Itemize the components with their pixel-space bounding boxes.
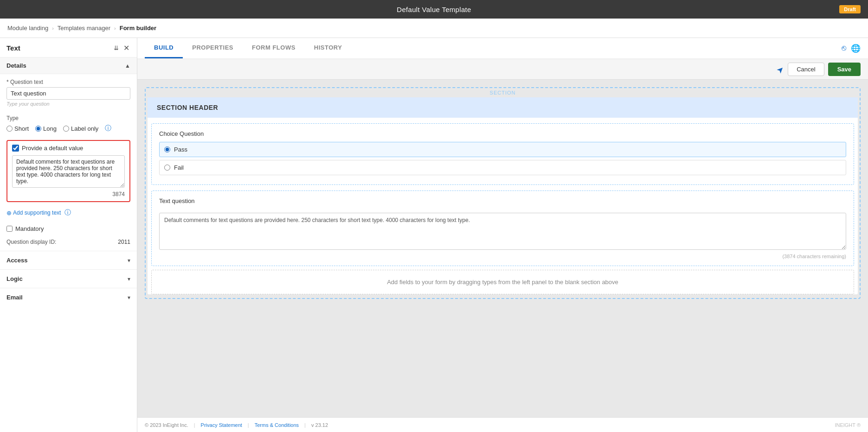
display-id-row: Question display ID: 2011 <box>0 236 137 251</box>
tab-bar: BUILD PROPERTIES FORM FLOWS HISTORY ⎋ 🌐 <box>137 38 868 59</box>
add-supporting-row: ⊕ Add supporting text ⓘ <box>0 206 137 222</box>
breadcrumb-form-builder[interactable]: Form builder <box>120 25 156 32</box>
left-panel: Text ⇊ ✕ Details ▲ * Question text Type … <box>0 38 137 432</box>
breadcrumb-module-landing[interactable]: Module landing <box>7 25 48 32</box>
toolbar: ➤ Cancel Save <box>137 59 868 80</box>
logic-chevron-icon: ▾ <box>128 276 130 282</box>
choice-pass-radio[interactable] <box>164 146 170 152</box>
send-icon[interactable]: ➤ <box>775 63 787 75</box>
default-value-checkbox-row: Provide a default value <box>12 145 125 152</box>
type-long-label: Long <box>43 125 57 132</box>
chars-remaining: (3874 characters remaining) <box>159 254 846 259</box>
type-short[interactable]: Short <box>6 125 29 132</box>
mandatory-checkbox[interactable] <box>6 226 13 232</box>
save-button[interactable]: Save <box>828 63 861 76</box>
display-id-value: 2011 <box>118 239 130 245</box>
type-label: Type <box>6 115 130 121</box>
footer-terms-link[interactable]: Terms & Conditions <box>255 422 299 428</box>
question-text-hint: Type your question <box>6 101 130 107</box>
breadcrumb-sep-2: › <box>114 25 116 31</box>
logic-header[interactable]: Logic ▾ <box>0 270 137 288</box>
details-section-header[interactable]: Details ▲ <box>0 57 137 74</box>
type-group: Type Short Long Label only ⓘ <box>0 111 137 136</box>
email-section: Email ▾ <box>0 288 137 306</box>
panel-header: Text ⇊ ✕ <box>0 38 137 57</box>
tab-properties[interactable]: PROPERTIES <box>183 38 243 58</box>
choice-fail-label: Fail <box>174 164 184 171</box>
footer-sep-3: | <box>304 422 306 428</box>
question-text-input[interactable] <box>6 87 130 100</box>
globe-icon[interactable]: 🌐 <box>851 44 861 53</box>
email-header[interactable]: Email ▾ <box>0 288 137 306</box>
supporting-info-icon[interactable]: ⓘ <box>64 209 71 217</box>
text-question-title: Text question <box>159 197 846 204</box>
choice-question-block: Choice Question Pass Fail <box>151 123 854 185</box>
type-labelonly-radio[interactable] <box>63 126 69 132</box>
section-header-blue: SECTION HEADER <box>148 97 858 118</box>
tab-history[interactable]: HISTORY <box>305 38 352 58</box>
tab-bar-icons: ⎋ 🌐 <box>842 44 861 53</box>
choice-pass-label: Pass <box>174 146 187 153</box>
mandatory-row: Mandatory <box>0 222 137 236</box>
logic-label: Logic <box>6 275 23 282</box>
add-supporting-link[interactable]: ⊕ Add supporting text <box>6 210 61 216</box>
section-inner: SECTION HEADER Choice Question Pass Fail <box>148 97 858 294</box>
type-long-radio[interactable] <box>35 126 41 132</box>
choice-question-title: Choice Question <box>159 130 846 137</box>
top-bar: Default Value Template Draft <box>0 0 868 19</box>
details-section: Details ▲ * Question text Type your ques… <box>0 57 137 251</box>
footer-version: v 23.12 <box>311 422 328 428</box>
breadcrumb: Module landing › Templates manager › For… <box>0 19 868 38</box>
add-fields-hint: Add fields to your form by dragging type… <box>151 270 854 294</box>
right-content: BUILD PROPERTIES FORM FLOWS HISTORY ⎋ 🌐 … <box>137 38 868 432</box>
footer-sep-1: | <box>194 422 195 428</box>
type-long[interactable]: Long <box>35 125 57 132</box>
display-id-label: Question display ID: <box>6 239 56 245</box>
mandatory-label: Mandatory <box>15 225 44 232</box>
footer-copyright: © 2023 InEight Inc. <box>145 422 188 428</box>
access-section: Access ▾ <box>0 251 137 269</box>
type-short-radio[interactable] <box>6 126 13 132</box>
form-section-wrapper: SECTION SECTION HEADER Choice Question P… <box>145 87 861 299</box>
double-chevron-icon[interactable]: ⇊ <box>114 44 119 51</box>
choice-option-fail[interactable]: Fail <box>159 160 846 175</box>
type-short-label: Short <box>14 125 29 132</box>
close-panel-button[interactable]: ✕ <box>122 43 130 53</box>
default-value-textarea[interactable]: Default comments for text questions are … <box>12 155 125 188</box>
plus-icon: ⊕ <box>6 210 12 216</box>
choice-option-pass[interactable]: Pass <box>159 142 846 157</box>
panel-title: Text <box>6 44 20 52</box>
question-text-group: * Question text Type your question <box>0 74 137 111</box>
type-labelonly-label: Label only <box>71 125 98 132</box>
tab-build[interactable]: BUILD <box>145 38 183 58</box>
default-value-box: Provide a default value Default comments… <box>6 140 130 202</box>
breadcrumb-templates-manager[interactable]: Templates manager <box>58 25 110 32</box>
logic-section: Logic ▾ <box>0 269 137 288</box>
draft-badge: Draft <box>839 5 861 13</box>
section-tag: SECTION <box>146 88 860 97</box>
main-layout: Text ⇊ ✕ Details ▲ * Question text Type … <box>0 38 868 432</box>
access-label: Access <box>6 257 28 264</box>
footer-sep-2: | <box>248 422 249 428</box>
tab-form-flows[interactable]: FORM FLOWS <box>243 38 305 58</box>
type-info-icon[interactable]: ⓘ <box>105 124 111 133</box>
email-chevron-icon: ▾ <box>128 294 130 301</box>
details-label: Details <box>6 62 26 69</box>
access-header[interactable]: Access ▾ <box>0 251 137 269</box>
footer-left: © 2023 InEight Inc. | Privacy Statement … <box>145 422 328 428</box>
form-canvas: SECTION SECTION HEADER Choice Question P… <box>137 80 868 417</box>
type-label-only[interactable]: Label only <box>63 125 98 132</box>
text-answer-textarea[interactable]: Default comments for text questions are … <box>159 213 846 250</box>
choice-fail-radio[interactable] <box>164 165 170 171</box>
add-supporting-label: Add supporting text <box>13 210 61 216</box>
breadcrumb-sep-1: › <box>52 25 54 31</box>
default-value-checkbox[interactable] <box>12 145 19 152</box>
cancel-button[interactable]: Cancel <box>788 63 824 76</box>
default-value-label: Provide a default value <box>22 145 83 152</box>
footer: © 2023 InEight Inc. | Privacy Statement … <box>137 417 868 432</box>
char-count: 3874 <box>12 191 125 197</box>
external-link-icon[interactable]: ⎋ <box>842 44 846 53</box>
details-chevron-icon: ▲ <box>125 63 130 69</box>
footer-privacy-link[interactable]: Privacy Statement <box>201 422 242 428</box>
page-title: Default Value Template <box>397 6 471 13</box>
